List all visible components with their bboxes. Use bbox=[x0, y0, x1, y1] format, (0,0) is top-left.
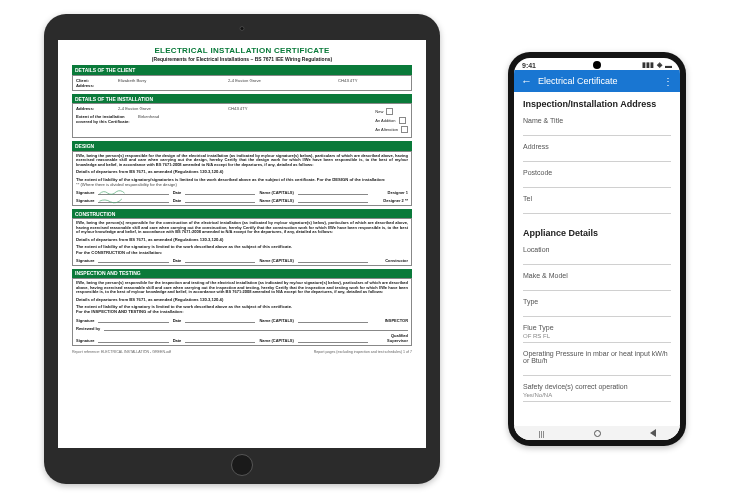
section-inspection-heading: INSPECTION AND TESTING bbox=[72, 269, 412, 278]
install-postcode: CH43 4TY bbox=[228, 106, 248, 111]
client-value: Elizabeth Barry bbox=[118, 78, 228, 83]
signal-icon: ▮▮▮ bbox=[642, 61, 654, 69]
constr-dep: Details of departures from BS 7671, as a… bbox=[76, 237, 408, 242]
flue-field[interactable]: OF RS FL bbox=[523, 332, 671, 343]
recent-button[interactable]: ||| bbox=[538, 429, 544, 438]
phone-device: 9:41 ▮▮▮ ◈ ▬ ← Electrical Certificate ⋮ … bbox=[508, 52, 686, 446]
postcode-field[interactable] bbox=[523, 177, 671, 188]
section-address-title: Inspection/Installation Address bbox=[523, 99, 671, 109]
postcode-label: Postcode bbox=[523, 169, 671, 176]
design-name2-label: Name (CAPITALS) bbox=[259, 198, 293, 203]
design-date2-field[interactable] bbox=[185, 197, 255, 203]
insp-body: I/We, being the person(s) responsible fo… bbox=[76, 281, 408, 295]
constr-date-field[interactable] bbox=[185, 257, 255, 263]
extent-label: Extent of the installation covered by th… bbox=[76, 114, 138, 125]
design-body: I/We, being the person(s) responsible fo… bbox=[76, 154, 408, 168]
section-design-box: I/We, being the person(s) responsible fo… bbox=[72, 151, 412, 207]
install-address-label: Address: bbox=[76, 106, 118, 111]
constr-date-label: Date bbox=[173, 258, 182, 263]
insp-date2-field[interactable] bbox=[185, 337, 255, 343]
design-sig1-field[interactable] bbox=[98, 189, 168, 195]
check-alteration[interactable] bbox=[401, 126, 408, 133]
section-client-box: Client: Elizabeth Barry 2-4 Euston Grove… bbox=[72, 75, 412, 92]
constr-name-label: Name (CAPITALS) bbox=[259, 258, 293, 263]
insp-sig2-field[interactable] bbox=[98, 337, 168, 343]
back-button[interactable] bbox=[650, 429, 656, 437]
design-sig2-field[interactable] bbox=[98, 197, 168, 203]
address-field[interactable] bbox=[523, 151, 671, 162]
section-construction-box: I/We, being the person(s) responsible fo… bbox=[72, 218, 412, 266]
constr-name-field[interactable] bbox=[298, 257, 368, 263]
section-install-box: New An Addition An Alteration Address: 2… bbox=[72, 103, 412, 138]
check-new[interactable] bbox=[386, 108, 393, 115]
constr-sig-field[interactable] bbox=[98, 257, 168, 263]
design-dep: Details of departures from BS 7671, as a… bbox=[76, 169, 408, 174]
flue-label: Flue Type bbox=[523, 324, 671, 331]
back-icon[interactable]: ← bbox=[521, 75, 532, 87]
insp-dep: Details of departures from BS 7671, as a… bbox=[76, 297, 408, 302]
cert-title: ELECTRICAL INSTALLATION CERTIFICATE bbox=[72, 46, 412, 56]
install-type-checks: New An Addition An Alteration bbox=[375, 106, 408, 135]
check-alteration-label: An Alteration bbox=[375, 127, 398, 132]
design-name1-field[interactable] bbox=[298, 189, 368, 195]
more-icon[interactable]: ⋮ bbox=[663, 76, 673, 87]
design-role1: Designer 1 bbox=[372, 190, 408, 195]
tel-field[interactable] bbox=[523, 203, 671, 214]
make-label: Make & Model bbox=[523, 272, 671, 279]
tablet-screen[interactable]: ELECTRICAL INSTALLATION CERTIFICATE (Req… bbox=[58, 40, 426, 448]
battery-icon: ▬ bbox=[665, 62, 672, 69]
section-design-heading: DESIGN bbox=[72, 141, 412, 150]
insp-sig-field[interactable] bbox=[98, 317, 168, 323]
phone-screen[interactable]: 9:41 ▮▮▮ ◈ ▬ ← Electrical Certificate ⋮ … bbox=[514, 58, 680, 440]
extent-value: Birkenhead bbox=[138, 114, 159, 125]
type-label: Type bbox=[523, 298, 671, 305]
design-extent: The extent of liability of the signatory… bbox=[76, 177, 408, 182]
section-appliance-title: Appliance Details bbox=[523, 228, 671, 238]
type-field[interactable] bbox=[523, 306, 671, 317]
design-date1-field[interactable] bbox=[185, 189, 255, 195]
section-install-heading: DETAILS OF THE INSTALLATION bbox=[72, 94, 412, 103]
android-navbar: ||| bbox=[514, 426, 680, 440]
insp-name-field[interactable] bbox=[298, 317, 368, 323]
tablet-camera bbox=[240, 26, 245, 31]
design-date2-label: Date bbox=[173, 198, 182, 203]
name-field[interactable] bbox=[523, 125, 671, 136]
insp-sig2-label: Signature bbox=[76, 338, 94, 343]
design-name1-label: Name (CAPITALS) bbox=[259, 190, 293, 195]
insp-role1: INSPECTOR bbox=[372, 318, 408, 323]
constr-role: Constructor bbox=[372, 258, 408, 263]
safety-field[interactable]: Yes/No/NA bbox=[523, 391, 671, 402]
pressure-label: Operating Pressure in mbar or heat input… bbox=[523, 350, 671, 364]
status-time: 9:41 bbox=[522, 62, 536, 69]
app-bar: ← Electrical Certificate ⋮ bbox=[514, 70, 680, 92]
safety-value: Yes/No/NA bbox=[523, 391, 671, 398]
flue-value: OF RS FL bbox=[523, 332, 671, 339]
form-content[interactable]: Inspection/Installation Address Name & T… bbox=[514, 92, 680, 409]
constr-body: I/We, being the person(s) responsible fo… bbox=[76, 221, 408, 235]
install-address: 2-4 Euston Grove bbox=[118, 106, 228, 111]
section-client-heading: DETAILS OF THE CLIENT bbox=[72, 65, 412, 74]
cert-subtitle: (Requirements for Electrical Installatio… bbox=[72, 56, 412, 62]
home-button[interactable] bbox=[594, 430, 601, 437]
safety-label: Safety device(s) correct operation bbox=[523, 383, 671, 390]
insp-date-field[interactable] bbox=[185, 317, 255, 323]
client-address: 2-4 Euston Grove bbox=[228, 78, 338, 83]
client-postcode: CH43 4TY bbox=[338, 78, 358, 83]
insp-name2-field[interactable] bbox=[298, 337, 368, 343]
insp-rev-field[interactable] bbox=[104, 325, 408, 331]
insp-sig-label: Signature bbox=[76, 318, 94, 323]
insp-role2: Qualified Supervisor bbox=[372, 333, 408, 343]
check-addition[interactable] bbox=[399, 117, 406, 124]
tablet-home-button[interactable] bbox=[231, 454, 253, 476]
insp-name-label: Name (CAPITALS) bbox=[259, 318, 293, 323]
wifi-icon: ◈ bbox=[657, 61, 662, 69]
make-field[interactable] bbox=[523, 280, 671, 291]
pressure-field[interactable] bbox=[523, 365, 671, 376]
check-new-label: New bbox=[375, 109, 383, 114]
phone-notch bbox=[593, 61, 601, 69]
name-label: Name & Title bbox=[523, 117, 671, 124]
design-name2-field[interactable] bbox=[298, 197, 368, 203]
section-inspection-box: I/We, being the person(s) responsible fo… bbox=[72, 278, 412, 346]
tablet-device: ELECTRICAL INSTALLATION CERTIFICATE (Req… bbox=[44, 14, 440, 484]
location-field[interactable] bbox=[523, 254, 671, 265]
